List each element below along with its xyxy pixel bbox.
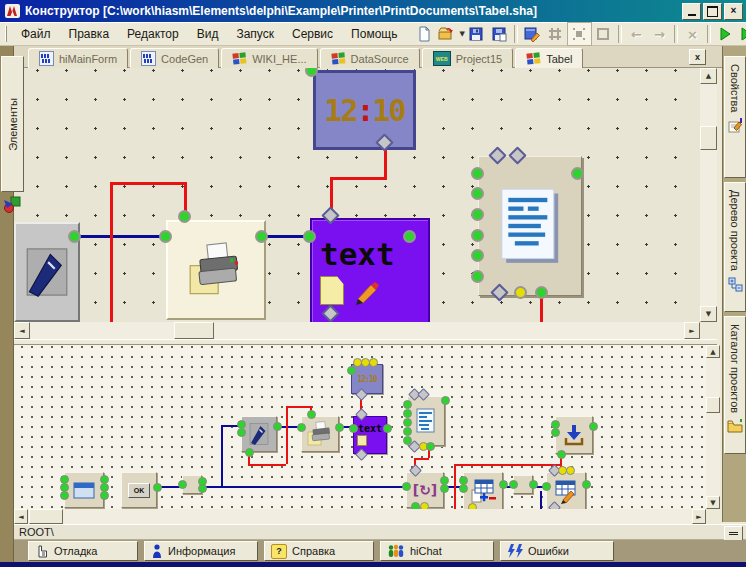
window-title: Конструктор [C:\work\hiasm\Elements\delp… — [25, 4, 680, 18]
save-all-icon[interactable] — [488, 23, 511, 45]
menu-help[interactable]: Помощь — [342, 25, 406, 43]
connection-point[interactable] — [303, 230, 316, 243]
overview-horizontal-scrollbar[interactable]: ◄ ► — [14, 509, 706, 524]
snap-to-grid-icon[interactable] — [567, 22, 592, 46]
back-icon[interactable]: ← — [625, 23, 648, 45]
mini-printer-component[interactable] — [301, 416, 339, 452]
wire[interactable] — [248, 464, 286, 466]
tab-project15[interactable]: WEB Project15 — [422, 48, 513, 69]
menu-view[interactable]: Вид — [188, 25, 228, 43]
connection-point[interactable] — [471, 208, 484, 221]
clock-component[interactable]: 12:10 — [313, 70, 416, 150]
menu-edit[interactable]: Правка — [60, 25, 119, 43]
tab-himainform[interactable]: hiMainForm — [28, 48, 128, 69]
sidebar-tab-elements[interactable]: Элементы — [1, 56, 24, 192]
wire[interactable] — [221, 426, 223, 487]
tab-debug[interactable]: Отладка — [28, 541, 138, 561]
scrollbar-thumb[interactable] — [174, 322, 214, 339]
connection-point[interactable] — [159, 230, 172, 243]
wire[interactable] — [414, 458, 429, 460]
wire[interactable] — [454, 464, 561, 466]
tab-errors[interactable]: Ошибки — [500, 541, 614, 561]
connection-point[interactable] — [60, 491, 69, 500]
mini-button-component[interactable]: OK — [121, 472, 157, 508]
canvas-vertical-scrollbar[interactable]: ▲ ▼ — [700, 68, 717, 322]
run-stop-icon[interactable] — [737, 23, 746, 45]
connection-point[interactable] — [255, 230, 268, 243]
tab-label: Ошибки — [528, 545, 569, 557]
overview-vertical-scrollbar[interactable]: ▲ ▼ — [706, 345, 720, 509]
wire[interactable] — [110, 182, 113, 322]
run-icon[interactable] — [714, 23, 737, 45]
frame-icon[interactable] — [592, 23, 615, 45]
scrollbar-thumb[interactable] — [700, 126, 717, 150]
document-icon — [499, 187, 561, 265]
connection-point[interactable] — [535, 286, 548, 299]
maximize-button[interactable] — [703, 3, 722, 20]
new-file-icon[interactable] — [412, 23, 435, 45]
mini-text-component[interactable]: text — [353, 416, 387, 454]
sidebar-tab-project-catalog[interactable]: Каталог проектов — [724, 316, 746, 454]
menu-service[interactable]: Сервис — [283, 25, 342, 43]
tab-information[interactable]: Информация — [144, 541, 258, 561]
scrollbar-thumb[interactable] — [706, 397, 720, 413]
connection-point[interactable] — [514, 286, 527, 299]
toolbar-grip[interactable] — [5, 26, 7, 42]
schema-canvas[interactable]: text 12:10 — [14, 68, 700, 322]
connection-point[interactable] — [471, 167, 484, 180]
connection-point[interactable] — [471, 249, 484, 262]
hand-icon — [35, 544, 49, 558]
tab-tabel[interactable]: Tabel — [515, 48, 583, 70]
grid-icon[interactable] — [544, 23, 567, 45]
forward-icon[interactable]: → — [648, 23, 671, 45]
connection-point[interactable] — [471, 270, 484, 283]
wire[interactable] — [286, 406, 311, 408]
close-button[interactable]: × — [724, 3, 743, 20]
printer-component[interactable] — [166, 220, 266, 320]
connection-point[interactable] — [471, 229, 484, 242]
menu-file[interactable]: Файл — [12, 25, 60, 43]
mini-save-component[interactable] — [555, 416, 593, 454]
tab-codegen[interactable]: CodeGen — [130, 48, 219, 69]
wire[interactable] — [75, 235, 166, 238]
menu-editor[interactable]: Редактор — [118, 25, 188, 43]
delete-icon[interactable]: × — [681, 23, 704, 45]
sidebar-tab-project-tree[interactable]: Дерево проекта — [724, 182, 746, 312]
connection-point[interactable] — [178, 210, 191, 223]
tab-help[interactable]: ? Справка — [264, 541, 374, 561]
printer-icon — [307, 421, 333, 447]
wire[interactable] — [330, 177, 387, 180]
schema-overview[interactable]: OK 12:10 text [↻] — [14, 345, 706, 509]
wire[interactable] — [540, 296, 543, 322]
wire[interactable] — [454, 464, 456, 509]
minimize-button[interactable] — [682, 3, 701, 20]
connection-point[interactable] — [571, 167, 584, 180]
tab-wiki[interactable]: WIKI_HE... — [221, 48, 317, 69]
document-component[interactable] — [478, 156, 582, 296]
title-bar[interactable]: Конструктор [C:\work\hiasm\Elements\delp… — [0, 0, 746, 22]
mini-arrow-component[interactable] — [241, 416, 277, 452]
connection-point[interactable] — [68, 230, 81, 243]
mini-document-component[interactable] — [407, 396, 445, 446]
tab-label: WIKI_HE... — [252, 53, 306, 65]
save-icon[interactable] — [465, 23, 488, 45]
wire[interactable] — [540, 491, 542, 509]
tab-datasource[interactable]: DataSource — [320, 48, 420, 69]
tab-hichat[interactable]: hiChat — [380, 541, 494, 561]
wire[interactable] — [202, 486, 406, 488]
scrollbar-thumb[interactable] — [29, 509, 63, 524]
tab-label: hiMainForm — [59, 53, 117, 65]
splitter-button[interactable] — [724, 526, 743, 541]
open-file-icon[interactable] — [435, 23, 458, 45]
elements-palette-icon[interactable] — [3, 196, 21, 218]
form-editor-icon[interactable] — [521, 23, 544, 45]
tab-close-button[interactable]: x — [689, 49, 706, 65]
connection-point[interactable] — [471, 187, 484, 200]
wire[interactable] — [110, 182, 187, 185]
connection-point[interactable] — [403, 230, 416, 243]
wire[interactable] — [286, 406, 288, 464]
sidebar-tab-properties[interactable]: Свойства — [724, 56, 746, 178]
canvas-horizontal-scrollbar[interactable]: ◄ ► — [14, 322, 700, 339]
mini-form-component[interactable] — [64, 472, 104, 508]
menu-run[interactable]: Запуск — [227, 25, 283, 43]
